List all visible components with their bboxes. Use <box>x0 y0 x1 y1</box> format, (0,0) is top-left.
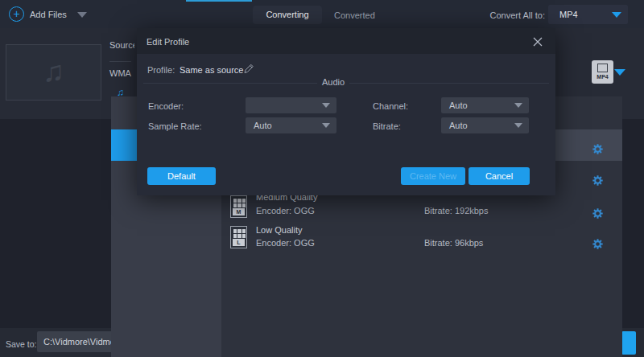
gear-icon[interactable] <box>592 143 604 157</box>
file-format-label: WMA <box>109 68 131 78</box>
encoder-select[interactable] <box>246 97 336 113</box>
convert-all-button[interactable] <box>621 331 636 355</box>
convert-all-format-select[interactable]: MP4 <box>548 5 628 24</box>
save-to-label: Save to: <box>6 339 37 349</box>
chevron-down-icon <box>514 123 522 128</box>
close-icon[interactable] <box>533 37 543 48</box>
tab-converted[interactable]: Converted <box>334 10 375 20</box>
chevron-down-icon <box>322 103 330 108</box>
format-dropdown-icon[interactable] <box>614 69 625 76</box>
encoder-label: Encoder: <box>148 101 184 111</box>
sample-rate-label: Sample Rate: <box>148 121 202 131</box>
bitrate-select[interactable]: Auto <box>441 117 529 133</box>
gear-icon[interactable] <box>592 238 604 252</box>
dialog-titlebar: Edit Profile <box>137 28 555 54</box>
audio-section-label: Audio <box>317 77 349 87</box>
add-files-button[interactable]: Add Files <box>30 10 67 19</box>
bitrate-label: Bitrate: <box>373 121 401 131</box>
convert-all-label: Convert All to: <box>481 10 545 20</box>
profile-value: Same as source <box>180 65 243 75</box>
gear-icon[interactable] <box>592 174 604 188</box>
sample-rate-select[interactable]: Auto <box>246 117 336 133</box>
app-window: + Add Files Converting Converted Convert… <box>0 0 644 357</box>
chevron-down-icon <box>514 103 522 108</box>
preset-bitrate: Bitrate: 192kbps <box>424 206 489 215</box>
edit-profile-dialog: Edit Profile Profile: Same as source Aud… <box>137 28 555 195</box>
file-row-divider <box>109 61 131 62</box>
channel-select[interactable]: Auto <box>441 97 529 113</box>
cancel-button[interactable]: Cancel <box>469 167 530 185</box>
preset-encoder: Encoder: OGG <box>256 206 315 215</box>
format-select-value: MP4 <box>559 10 578 19</box>
top-toolbar <box>0 0 644 28</box>
music-note-icon: ♫ <box>6 55 101 88</box>
file-thumbnail: ♫ <box>6 44 101 101</box>
preset-encoder: Encoder: OGG <box>256 238 315 248</box>
chevron-down-icon <box>322 123 330 128</box>
profile-label: Profile: <box>147 65 175 75</box>
default-button[interactable]: Default <box>147 167 216 185</box>
add-files-dropdown-icon[interactable] <box>77 12 87 18</box>
add-files-icon[interactable]: + <box>9 6 24 22</box>
preset-bitrate: Bitrate: 96kbps <box>424 238 483 248</box>
dialog-title: Edit Profile <box>147 37 189 47</box>
create-new-button[interactable]: Create New <box>401 167 465 185</box>
channel-label: Channel: <box>373 101 408 111</box>
film-frame-icon <box>597 64 608 72</box>
gear-icon[interactable] <box>592 207 604 221</box>
tab-converting[interactable]: Converting <box>253 6 322 24</box>
quality-thumbnail-low: L <box>230 226 247 248</box>
active-tab-indicator <box>186 0 252 2</box>
output-format-icon[interactable]: MP4 <box>592 60 613 84</box>
preset-title[interactable]: Low Quality <box>256 225 302 235</box>
quality-thumbnail-medium: M <box>230 195 247 218</box>
chevron-down-icon <box>612 12 621 18</box>
file-source-label: Source <box>109 40 134 50</box>
edit-pencil-icon[interactable] <box>243 63 254 76</box>
